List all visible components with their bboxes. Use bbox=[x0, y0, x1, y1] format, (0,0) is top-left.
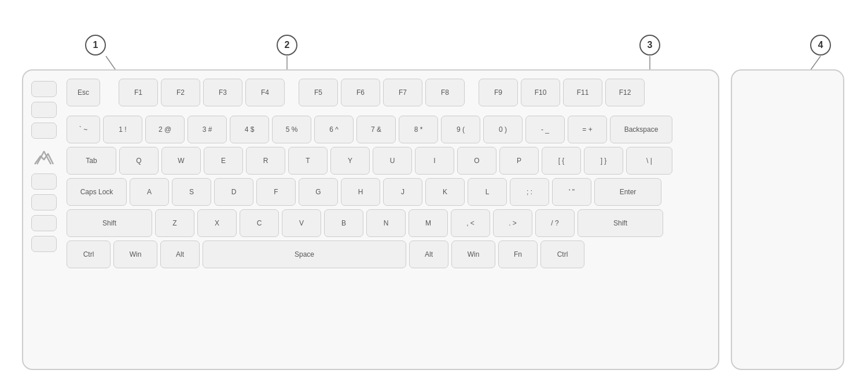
annotation-3: 3 bbox=[639, 35, 660, 56]
key-shift-left[interactable]: Shift bbox=[67, 209, 152, 237]
key-backspace[interactable]: Backspace bbox=[610, 116, 672, 143]
tab-row: Tab Q W E R T Y U I O P [ { ] } \ | bbox=[67, 147, 710, 175]
key-t[interactable]: T bbox=[288, 147, 328, 175]
annotation-2: 2 bbox=[277, 35, 297, 56]
key-z[interactable]: Z bbox=[155, 209, 194, 237]
key-c[interactable]: C bbox=[240, 209, 279, 237]
sidebar-key-4 bbox=[31, 173, 57, 190]
key-4[interactable]: 4 $ bbox=[230, 116, 269, 143]
key-rbracket[interactable]: ] } bbox=[584, 147, 623, 175]
key-g[interactable]: G bbox=[299, 178, 338, 206]
key-alt-left[interactable]: Alt bbox=[160, 241, 200, 268]
key-fn[interactable]: Fn bbox=[498, 241, 538, 268]
bottom-row: Ctrl Win Alt Space Alt Win Fn Ctrl bbox=[67, 241, 710, 268]
key-u[interactable]: U bbox=[373, 147, 412, 175]
key-a[interactable]: A bbox=[130, 178, 169, 206]
key-esc[interactable]: Esc bbox=[67, 79, 100, 106]
key-7[interactable]: 7 & bbox=[356, 116, 396, 143]
key-f[interactable]: F bbox=[256, 178, 296, 206]
key-f5[interactable]: F5 bbox=[299, 79, 338, 106]
key-f12[interactable]: F12 bbox=[605, 79, 645, 106]
key-lbracket[interactable]: [ { bbox=[542, 147, 581, 175]
key-ctrl-left[interactable]: Ctrl bbox=[67, 241, 111, 268]
key-minus[interactable]: - _ bbox=[525, 116, 565, 143]
sidebar-strip bbox=[23, 71, 65, 369]
sidebar-key-5 bbox=[31, 194, 57, 210]
key-f7[interactable]: F7 bbox=[383, 79, 422, 106]
key-alt-right[interactable]: Alt bbox=[409, 241, 448, 268]
key-h[interactable]: H bbox=[341, 178, 380, 206]
key-semicolon[interactable]: ; : bbox=[510, 178, 549, 206]
key-f4[interactable]: F4 bbox=[245, 79, 285, 106]
key-x[interactable]: X bbox=[197, 209, 237, 237]
keyboard-shell: Esc F1 F2 F3 F4 F5 F6 F7 F8 F9 F10 F11 F… bbox=[22, 69, 719, 370]
annotation-4: 4 bbox=[810, 35, 831, 56]
key-j[interactable]: J bbox=[383, 178, 422, 206]
key-r[interactable]: R bbox=[246, 147, 285, 175]
key-y[interactable]: Y bbox=[330, 147, 370, 175]
key-backslash[interactable]: \ | bbox=[626, 147, 672, 175]
key-l[interactable]: L bbox=[468, 178, 507, 206]
key-2[interactable]: 2 @ bbox=[145, 116, 185, 143]
key-win-left[interactable]: Win bbox=[113, 241, 157, 268]
key-f3[interactable]: F3 bbox=[203, 79, 242, 106]
key-n[interactable]: N bbox=[366, 209, 406, 237]
sidebar-key-2 bbox=[31, 102, 57, 118]
fn-row: Esc F1 F2 F3 F4 F5 F6 F7 F8 F9 F10 F11 F… bbox=[67, 79, 710, 106]
key-m[interactable]: M bbox=[409, 209, 448, 237]
annotation-1: 1 bbox=[85, 35, 106, 56]
sidebar-key-1 bbox=[31, 81, 57, 97]
key-p[interactable]: P bbox=[499, 147, 539, 175]
key-i[interactable]: I bbox=[415, 147, 454, 175]
sidebar-key-6 bbox=[31, 215, 57, 231]
key-q[interactable]: Q bbox=[119, 147, 159, 175]
key-f9[interactable]: F9 bbox=[479, 79, 518, 106]
key-period[interactable]: . > bbox=[493, 209, 532, 237]
mountain-icon bbox=[32, 146, 56, 167]
caps-row: Caps Lock A S D F G H J K L ; : ' " Ente… bbox=[67, 178, 710, 206]
key-tab[interactable]: Tab bbox=[67, 147, 116, 175]
key-3[interactable]: 3 # bbox=[187, 116, 227, 143]
key-f1[interactable]: F1 bbox=[119, 79, 158, 106]
key-shift-right[interactable]: Shift bbox=[578, 209, 663, 237]
key-6[interactable]: 6 ^ bbox=[314, 116, 354, 143]
key-f10[interactable]: F10 bbox=[521, 79, 560, 106]
brand-logo bbox=[31, 143, 57, 169]
key-f2[interactable]: F2 bbox=[161, 79, 200, 106]
key-e[interactable]: E bbox=[204, 147, 243, 175]
key-o[interactable]: O bbox=[457, 147, 496, 175]
sidebar-key-7 bbox=[31, 236, 57, 252]
key-enter[interactable]: Enter bbox=[594, 178, 661, 206]
key-b[interactable]: B bbox=[324, 209, 363, 237]
key-win-right[interactable]: Win bbox=[451, 241, 495, 268]
key-capslock[interactable]: Caps Lock bbox=[67, 178, 127, 206]
diagram-container: 1 2 3 4 bbox=[12, 12, 856, 370]
sidebar-key-3 bbox=[31, 123, 57, 139]
shift-row: Shift Z X C V B N M , < . > / ? Shift bbox=[67, 209, 710, 237]
key-1[interactable]: 1 ! bbox=[103, 116, 142, 143]
key-s[interactable]: S bbox=[172, 178, 211, 206]
key-quote[interactable]: ' " bbox=[552, 178, 591, 206]
key-v[interactable]: V bbox=[282, 209, 321, 237]
key-slash[interactable]: / ? bbox=[535, 209, 575, 237]
key-area: Esc F1 F2 F3 F4 F5 F6 F7 F8 F9 F10 F11 F… bbox=[67, 79, 710, 272]
key-equals[interactable]: = + bbox=[568, 116, 607, 143]
key-f11[interactable]: F11 bbox=[563, 79, 602, 106]
key-k[interactable]: K bbox=[425, 178, 465, 206]
key-comma[interactable]: , < bbox=[451, 209, 490, 237]
key-f6[interactable]: F6 bbox=[341, 79, 380, 106]
key-tilde[interactable]: ` ~ bbox=[67, 116, 100, 143]
num-row: ` ~ 1 ! 2 @ 3 # 4 $ 5 % 6 ^ 7 & 8 * 9 ( … bbox=[67, 116, 710, 143]
numpad-shell bbox=[731, 69, 844, 370]
key-w[interactable]: W bbox=[161, 147, 201, 175]
key-f8[interactable]: F8 bbox=[425, 79, 465, 106]
key-8[interactable]: 8 * bbox=[399, 116, 438, 143]
key-d[interactable]: D bbox=[214, 178, 253, 206]
key-0[interactable]: 0 ) bbox=[483, 116, 523, 143]
key-space[interactable]: Space bbox=[203, 241, 406, 268]
key-9[interactable]: 9 ( bbox=[441, 116, 480, 143]
key-ctrl-right[interactable]: Ctrl bbox=[540, 241, 584, 268]
key-5[interactable]: 5 % bbox=[272, 116, 311, 143]
